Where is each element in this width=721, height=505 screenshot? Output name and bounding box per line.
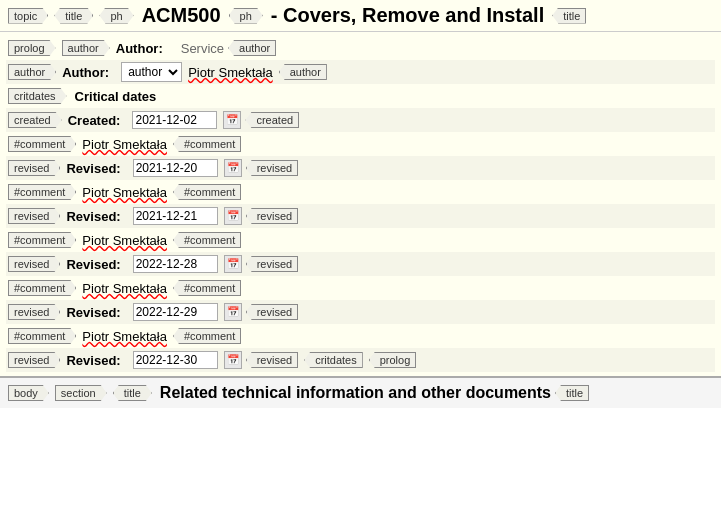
- author-name: Piotr Smektała: [188, 65, 273, 80]
- page-header: topic title ph ACM500 ph - Covers, Remov…: [0, 0, 721, 32]
- revised-comment-tag-left-1[interactable]: #comment: [8, 184, 76, 200]
- created-tag-left[interactable]: created: [8, 112, 62, 128]
- created-comment-tag-left[interactable]: #comment: [8, 136, 76, 152]
- title-tag-end[interactable]: title: [552, 8, 586, 24]
- author-select[interactable]: author: [121, 62, 182, 82]
- revised-label-1: Revised:: [66, 161, 120, 176]
- service-text: Service: [181, 41, 224, 56]
- revised-row-1: revised Revised: 📅 revised: [6, 156, 715, 180]
- body-tag[interactable]: body: [8, 385, 49, 401]
- revised-comment-tag-right-4[interactable]: #comment: [173, 328, 241, 344]
- revised-comment-tag-left-3[interactable]: #comment: [8, 280, 76, 296]
- revised-tag-right-5[interactable]: revised: [246, 352, 298, 368]
- revised-comment-row-3: #comment Piotr Smektała #comment: [6, 276, 715, 300]
- ph-tag-1[interactable]: ph: [99, 8, 133, 24]
- revised-row-5: revised Revised: 📅 revised critdates pro…: [6, 348, 715, 372]
- created-comment-row: #comment Piotr Smektała #comment: [6, 132, 715, 156]
- created-comment-tag-right[interactable]: #comment: [173, 136, 241, 152]
- prolog-tag-close[interactable]: prolog: [369, 352, 417, 368]
- revised-comment-row-4: #comment Piotr Smektała #comment: [6, 324, 715, 348]
- revised-comment-tag-left-4[interactable]: #comment: [8, 328, 76, 344]
- revised-calendar-icon-3[interactable]: 📅: [224, 255, 242, 273]
- revised-calendar-icon-2[interactable]: 📅: [224, 207, 242, 225]
- author-row-2: author Author: author Piotr Smektała aut…: [6, 60, 715, 84]
- created-date-input[interactable]: [132, 111, 217, 129]
- revised-calendar-icon-1[interactable]: 📅: [224, 159, 242, 177]
- revised-tag-right-1[interactable]: revised: [246, 160, 298, 176]
- revised-label-2: Revised:: [66, 209, 120, 224]
- created-row: created Created: 📅 created: [6, 108, 715, 132]
- revised-row-2: revised Revised: 📅 revised: [6, 204, 715, 228]
- created-comment-author: Piotr Smektała: [82, 137, 167, 152]
- created-calendar-icon[interactable]: 📅: [223, 111, 241, 129]
- revised-calendar-icon-5[interactable]: 📅: [224, 351, 242, 369]
- prolog-tag[interactable]: prolog: [8, 40, 56, 56]
- revised-label-5: Revised:: [66, 353, 120, 368]
- revised-comment-author-2: Piotr Smektała: [82, 233, 167, 248]
- revised-tag-right-2[interactable]: revised: [246, 208, 298, 224]
- revised-tag-left-1[interactable]: revised: [8, 160, 60, 176]
- revised-comment-tag-right-1[interactable]: #comment: [173, 184, 241, 200]
- revised-comment-author-1: Piotr Smektała: [82, 185, 167, 200]
- ph-tag-2[interactable]: ph: [229, 8, 263, 24]
- revised-comment-author-4: Piotr Smektała: [82, 329, 167, 344]
- created-label: Created:: [68, 113, 121, 128]
- revised-tag-right-3[interactable]: revised: [246, 256, 298, 272]
- critdates-tag[interactable]: critdates: [8, 88, 67, 104]
- author-tag-1[interactable]: author: [62, 40, 110, 56]
- page-footer: body section title Related technical inf…: [0, 376, 721, 408]
- revised-tag-left-4[interactable]: revised: [8, 304, 60, 320]
- author-label-2: Author:: [62, 65, 109, 80]
- revised-row-4: revised Revised: 📅 revised: [6, 300, 715, 324]
- author-tag-2[interactable]: author: [8, 64, 56, 80]
- critdates-tag-close[interactable]: critdates: [304, 352, 363, 368]
- author-label-1: Author:: [116, 41, 163, 56]
- topic-tag[interactable]: topic: [8, 8, 48, 24]
- author-tag-right-1[interactable]: author: [228, 40, 276, 56]
- revised-comment-tag-left-2[interactable]: #comment: [8, 232, 76, 248]
- revised-date-input-1[interactable]: [133, 159, 218, 177]
- revised-tag-left-3[interactable]: revised: [8, 256, 60, 272]
- revised-date-input-3[interactable]: [133, 255, 218, 273]
- created-tag-right[interactable]: created: [245, 112, 299, 128]
- revised-comment-author-3: Piotr Smektała: [82, 281, 167, 296]
- revised-tag-right-4[interactable]: revised: [246, 304, 298, 320]
- revised-tag-left-2[interactable]: revised: [8, 208, 60, 224]
- revised-comment-tag-right-3[interactable]: #comment: [173, 280, 241, 296]
- critdates-label: Critical dates: [75, 89, 157, 104]
- revised-date-input-5[interactable]: [133, 351, 218, 369]
- footer-text: Related technical information and other …: [160, 384, 551, 402]
- section-tag[interactable]: section: [55, 385, 107, 401]
- page-title: ACM500: [142, 4, 221, 27]
- footer-title-tag-left[interactable]: title: [113, 385, 152, 401]
- page-subtitle: - Covers, Remove and Install: [271, 4, 544, 27]
- revised-calendar-icon-4[interactable]: 📅: [224, 303, 242, 321]
- title-tag-1[interactable]: title: [54, 8, 93, 24]
- revised-date-input-4[interactable]: [133, 303, 218, 321]
- revised-date-input-2[interactable]: [133, 207, 218, 225]
- revised-label-3: Revised:: [66, 257, 120, 272]
- author-row-1: prolog author Author: Service author: [6, 36, 715, 60]
- critdates-header-row: critdates Critical dates: [6, 84, 715, 108]
- revised-comment-tag-right-2[interactable]: #comment: [173, 232, 241, 248]
- revised-tag-left-5[interactable]: revised: [8, 352, 60, 368]
- revised-label-4: Revised:: [66, 305, 120, 320]
- author-tag-right-2[interactable]: author: [279, 64, 327, 80]
- revised-comment-row-1: #comment Piotr Smektała #comment: [6, 180, 715, 204]
- main-content: prolog author Author: Service author aut…: [0, 32, 721, 376]
- footer-title-tag-right[interactable]: title: [555, 385, 589, 401]
- revised-row-3: revised Revised: 📅 revised: [6, 252, 715, 276]
- revised-comment-row-2: #comment Piotr Smektała #comment: [6, 228, 715, 252]
